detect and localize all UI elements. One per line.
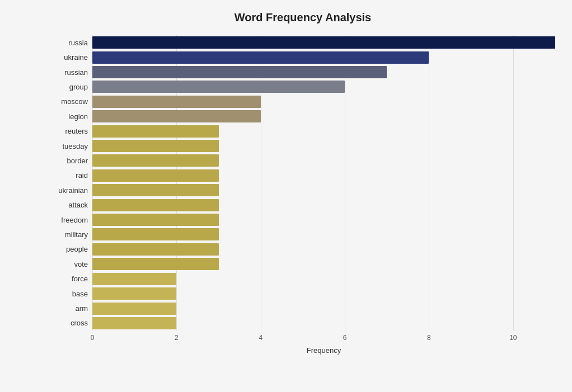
bar-label: vote — [50, 260, 92, 268]
bar-label: ukrainian — [50, 186, 92, 195]
x-tick-label: 10 — [509, 334, 517, 342]
bar — [92, 96, 261, 108]
bar-track — [92, 272, 555, 286]
bar-row: cross — [50, 316, 555, 330]
bar — [92, 110, 261, 122]
bar-label: border — [50, 157, 92, 165]
bar-track — [92, 35, 555, 50]
x-tick-label: 6 — [343, 334, 347, 342]
bar-row: russian — [50, 65, 555, 79]
bar — [92, 303, 176, 315]
bar-label: base — [50, 290, 92, 298]
bar-label: reuters — [50, 127, 92, 135]
bar-label: russia — [50, 39, 92, 47]
bar — [92, 273, 176, 285]
bar — [92, 125, 219, 138]
bar-track — [92, 79, 555, 94]
x-axis-ticks: 0246810 — [92, 334, 555, 344]
bar-track — [92, 95, 555, 109]
bar-row: freedom — [50, 212, 555, 227]
bar-track — [92, 227, 555, 242]
bar-row: base — [50, 286, 555, 301]
bar — [92, 184, 219, 196]
bar-label: legion — [50, 112, 92, 121]
bar-label: moscow — [50, 97, 92, 106]
bar — [92, 36, 555, 49]
bar-row: force — [50, 272, 555, 286]
bar-label: cross — [50, 319, 92, 327]
bar — [92, 66, 387, 78]
bar-track — [92, 242, 555, 257]
chart-container: Word Frequency Analysis russiaukrainerus… — [0, 0, 572, 392]
bar — [92, 169, 219, 182]
bar-row: attack — [50, 197, 555, 212]
bar-track — [92, 124, 555, 138]
bar-row: moscow — [50, 95, 555, 109]
bar — [92, 51, 429, 64]
bar — [92, 140, 219, 152]
bar — [92, 199, 219, 211]
bar-track — [92, 301, 555, 315]
x-axis-label: Frequency — [92, 346, 555, 355]
bar — [92, 228, 219, 240]
bar-row: people — [50, 242, 555, 257]
bar-row: ukrainian — [50, 183, 555, 197]
bars-container: russiaukrainerussiangroupmoscowlegionreu… — [50, 35, 555, 330]
bar-track — [92, 257, 555, 271]
bar-label: tuesday — [50, 142, 92, 150]
bar — [92, 258, 219, 270]
bar — [92, 214, 219, 226]
bar-track — [92, 153, 555, 168]
bar-track — [92, 212, 555, 227]
bar-row: tuesday — [50, 139, 555, 153]
bar — [92, 81, 345, 93]
bar — [92, 243, 219, 256]
chart-title: Word Frequency Analysis — [50, 11, 555, 24]
bar — [92, 287, 176, 300]
bar-track — [92, 286, 555, 301]
x-tick-label: 2 — [175, 334, 179, 342]
bar-row: group — [50, 79, 555, 94]
x-tick-label: 0 — [91, 334, 95, 342]
bar-row: legion — [50, 109, 555, 124]
bar-label: force — [50, 275, 92, 283]
bar-track — [92, 168, 555, 183]
bar-label: group — [50, 83, 92, 91]
bar-label: military — [50, 230, 92, 239]
bar-track — [92, 109, 555, 124]
bar — [92, 317, 176, 329]
x-tick-label: 4 — [259, 334, 262, 342]
bar-row: arm — [50, 301, 555, 315]
x-tick-label: 8 — [427, 334, 431, 342]
bar-track — [92, 316, 555, 330]
bar-label: freedom — [50, 216, 92, 224]
bar-label: raid — [50, 171, 92, 180]
bar-label: attack — [50, 201, 92, 209]
bar-row: military — [50, 227, 555, 242]
bar-row: russia — [50, 35, 555, 50]
bar-row: raid — [50, 168, 555, 183]
bar-row: ukraine — [50, 50, 555, 64]
bar — [92, 154, 219, 167]
bar-track — [92, 50, 555, 64]
bar-label: russian — [50, 68, 92, 77]
bar-track — [92, 197, 555, 212]
bar-row: border — [50, 153, 555, 168]
bar-label: ukraine — [50, 53, 92, 62]
bar-label: people — [50, 245, 92, 253]
bar-row: vote — [50, 257, 555, 271]
bar-track — [92, 183, 555, 197]
bar-row: reuters — [50, 124, 555, 138]
bar-track — [92, 65, 555, 79]
bar-label: arm — [50, 304, 92, 313]
bar-track — [92, 139, 555, 153]
